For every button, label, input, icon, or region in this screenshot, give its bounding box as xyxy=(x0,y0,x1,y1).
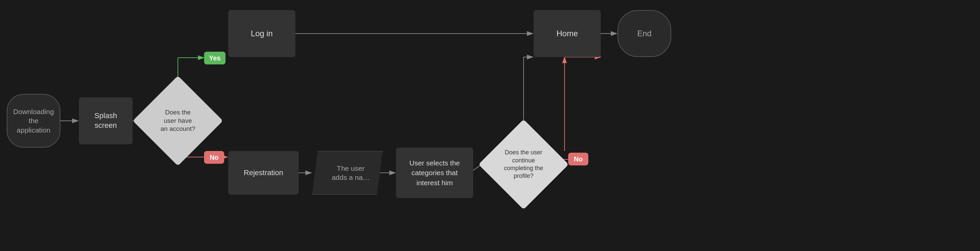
download-node: Downloading the application xyxy=(7,94,60,148)
registration-node: Rejestration xyxy=(228,151,299,195)
adds-name-node: The user adds a na… xyxy=(312,151,383,195)
home-node: Home xyxy=(534,10,601,57)
no-badge-bottom: No xyxy=(204,151,224,164)
yes-badge: Yes xyxy=(204,52,226,64)
no-badge-right: No xyxy=(568,153,588,165)
continue-diamond-node: Does the usercontinuecompleting theprofi… xyxy=(480,121,567,208)
flowchart: Downloading the application Splash scree… xyxy=(0,0,980,251)
end-node: End xyxy=(617,10,671,57)
categories-node: User selects thecategories thatinterest … xyxy=(396,148,473,198)
splash-screen-node: Splash screen xyxy=(79,97,132,144)
login-node: Log in xyxy=(228,10,295,57)
